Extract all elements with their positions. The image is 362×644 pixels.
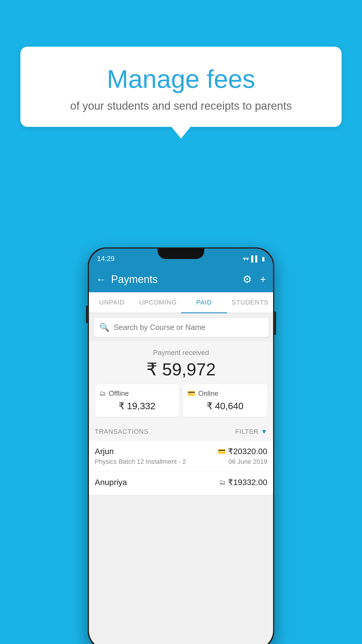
bubble-subtitle: of your students and send receipts to pa… (32, 100, 330, 112)
status-time: 14:29 (97, 255, 115, 263)
transaction-row[interactable]: Arjun 💳 ₹20320.00 Physics Batch 12 Insta… (89, 441, 273, 472)
offline-card-header: 🗂 Offline (99, 389, 175, 398)
offline-card: 🗂 Offline ₹ 19,332 (95, 384, 179, 417)
transaction-row[interactable]: Anupriya 🗂 ₹19332.00 (89, 472, 273, 495)
transaction-payment-icon: 🗂 (219, 479, 226, 486)
offline-type: Offline (109, 389, 129, 398)
side-button-left (86, 306, 88, 323)
payment-received-label: Payment received (95, 349, 267, 357)
transaction-bottom: Physics Batch 12 Installment - 2 06 June… (95, 458, 267, 466)
transaction-course: Physics Batch 12 Installment - 2 (95, 458, 186, 466)
transactions-header: TRANSACTIONS FILTER ▼ (89, 423, 273, 441)
transaction-amount: ₹20320.00 (228, 447, 267, 456)
transaction-payment-icon: 💳 (218, 448, 226, 455)
side-button-right (274, 312, 276, 335)
online-card-header: 💳 Online (187, 389, 263, 398)
signal-icon: ▌▌ (251, 256, 259, 262)
payment-summary: Payment received ₹ 59,972 🗂 Offline ₹ 19… (89, 342, 273, 423)
tab-unpaid[interactable]: UNPAID (89, 292, 135, 313)
transaction-top: Anupriya 🗂 ₹19332.00 (95, 477, 267, 487)
filter-button[interactable]: FILTER ▼ (235, 428, 267, 435)
add-button[interactable]: + (260, 273, 266, 286)
filter-label: FILTER (235, 428, 259, 435)
tab-paid[interactable]: PAID (181, 292, 227, 313)
transaction-name: Arjun (95, 447, 114, 456)
back-button[interactable]: ← (96, 273, 106, 286)
transaction-top: Arjun 💳 ₹20320.00 (95, 447, 267, 456)
tab-upcoming[interactable]: UPCOMING (135, 292, 181, 313)
phone-frame: 14:29 ▾▾ ▌▌ ▮ ← Payments ⚙ + UNPAID (88, 247, 274, 644)
tabs-bar: UNPAID UPCOMING PAID STUDENTS (89, 292, 273, 313)
online-amount: ₹ 40,640 (187, 400, 263, 412)
settings-button[interactable]: ⚙ (242, 273, 252, 286)
speech-bubble: Manage fees of your students and send re… (20, 47, 342, 127)
transaction-amount-area: 💳 ₹20320.00 (218, 447, 267, 456)
battery-icon: ▮ (262, 255, 265, 262)
search-icon: 🔍 (99, 323, 110, 332)
search-input[interactable] (114, 323, 263, 332)
bubble-title: Manage fees (32, 64, 330, 94)
transaction-name: Anupriya (95, 478, 127, 487)
app-bar: ← Payments ⚙ + (89, 267, 273, 292)
transaction-date: 06 June 2019 (229, 458, 267, 466)
payment-cards: 🗂 Offline ₹ 19,332 💳 Online ₹ 40,640 (95, 384, 267, 417)
wifi-icon: ▾▾ (243, 255, 249, 262)
search-bar: 🔍 (94, 318, 268, 337)
offline-icon: 🗂 (99, 390, 106, 397)
payment-total: ₹ 59,972 (95, 359, 267, 379)
transaction-amount: ₹19332.00 (228, 477, 267, 487)
transactions-label: TRANSACTIONS (95, 428, 148, 435)
tab-students[interactable]: STUDENTS (227, 292, 273, 313)
phone-screen: 14:29 ▾▾ ▌▌ ▮ ← Payments ⚙ + UNPAID (89, 249, 273, 644)
status-icons: ▾▾ ▌▌ ▮ (243, 255, 265, 262)
online-type: Online (198, 389, 218, 398)
filter-icon: ▼ (261, 428, 267, 435)
transaction-amount-area: 🗂 ₹19332.00 (219, 477, 267, 487)
app-bar-left: ← Payments (96, 273, 158, 286)
app-bar-title: Payments (111, 273, 158, 286)
app-bar-actions: ⚙ + (242, 273, 266, 286)
online-icon: 💳 (187, 390, 195, 397)
offline-amount: ₹ 19,332 (99, 400, 175, 412)
phone-notch (158, 249, 204, 259)
online-card: 💳 Online ₹ 40,640 (183, 384, 267, 417)
